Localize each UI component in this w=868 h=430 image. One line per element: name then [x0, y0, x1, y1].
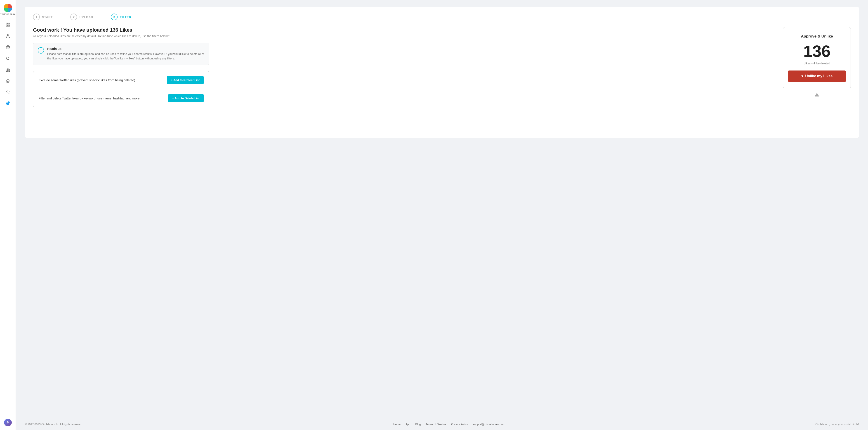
step-1-label: START — [42, 15, 53, 19]
footer-links: Home App Blog Terms of Service Privacy P… — [393, 423, 504, 426]
svg-rect-0 — [6, 23, 7, 24]
add-protect-list-button[interactable]: + Add to Protect List — [167, 76, 204, 84]
sidebar-item-dashboard[interactable] — [3, 20, 13, 30]
footer-link-support[interactable]: support@circleboom.com — [473, 423, 503, 426]
footer-link-privacy[interactable]: Privacy Policy — [451, 423, 468, 426]
arrow-up-icon — [815, 93, 819, 110]
sidebar-item-search[interactable] — [3, 54, 13, 64]
svg-rect-1 — [8, 23, 9, 24]
footer-link-blog[interactable]: Blog — [415, 423, 421, 426]
step-1: 1 START — [33, 13, 53, 20]
arrow-container — [783, 93, 851, 110]
right-panel: Approve & Unlike 136 Likes will be delet… — [783, 27, 851, 110]
approve-count: 136 — [788, 43, 846, 59]
sidebar-item-analytics[interactable] — [3, 65, 13, 75]
step-2: 2 UPLOAD — [70, 13, 93, 20]
footer-link-home[interactable]: Home — [393, 423, 401, 426]
logo-icon — [4, 4, 12, 12]
svg-point-12 — [8, 47, 8, 47]
unlike-button[interactable]: ♥ Unlike my Likes — [788, 70, 846, 82]
svg-line-7 — [6, 35, 8, 37]
info-content: Heads up! Please note that all filters a… — [47, 47, 205, 61]
page-title: Good work ! You have uploaded 136 Likes — [33, 27, 774, 33]
svg-line-14 — [8, 59, 9, 60]
sidebar-item-friends[interactable] — [3, 88, 13, 97]
svg-rect-16 — [7, 69, 8, 72]
filter-delete-label: Filter and delete Twitter likes by keywo… — [39, 97, 140, 100]
svg-point-13 — [6, 57, 9, 60]
info-text: Please note that all filters are optiona… — [47, 52, 205, 61]
info-icon: i — [38, 47, 44, 54]
svg-rect-2 — [6, 25, 7, 27]
step-2-label: UPLOAD — [79, 15, 93, 19]
sidebar-item-twitter[interactable] — [3, 99, 13, 109]
footer-tagline: Circleboom, boom your social circle! — [815, 423, 859, 426]
sidebar-item-delete[interactable] — [3, 76, 13, 86]
sidebar: TWITTER TOOL — [0, 0, 16, 430]
footer-link-app[interactable]: App — [405, 423, 410, 426]
main-wrapper: 1 START 2 UPLOAD 3 FILTER — [16, 0, 868, 430]
info-box: i Heads up! Please note that all filters… — [33, 43, 209, 65]
svg-point-18 — [6, 91, 8, 92]
step-divider-1 — [56, 17, 67, 17]
step-divider-2 — [96, 17, 107, 17]
filter-row-protect: Exclude some Twitter likes (prevent spec… — [33, 71, 209, 89]
arrow-head — [815, 93, 819, 97]
sidebar-logo: TWITTER TOOL — [0, 4, 16, 15]
left-section: Good work ! You have uploaded 136 Likes … — [33, 27, 774, 107]
info-title: Heads up! — [47, 47, 205, 51]
stepper: 1 START 2 UPLOAD 3 FILTER — [33, 13, 851, 20]
filter-protect-label: Exclude some Twitter likes (prevent spec… — [39, 78, 135, 82]
step-3: 3 FILTER — [111, 13, 131, 20]
filter-container: Exclude some Twitter likes (prevent spec… — [33, 71, 209, 107]
footer-link-tos[interactable]: Terms of Service — [426, 423, 446, 426]
footer: © 2017-2023 Circleboom llc. All rights r… — [16, 419, 868, 430]
svg-point-4 — [7, 34, 8, 35]
approve-subtitle: Likes will be deleted — [788, 62, 846, 65]
arrow-shaft — [817, 97, 817, 110]
sidebar-bottom: P — [4, 419, 12, 426]
sidebar-nav — [3, 20, 13, 419]
sidebar-logo-text: TWITTER TOOL — [0, 13, 16, 15]
svg-rect-17 — [9, 69, 9, 72]
heart-icon: ♥ — [801, 74, 804, 78]
filter-row-delete: Filter and delete Twitter likes by keywo… — [33, 89, 209, 107]
svg-rect-3 — [8, 25, 9, 27]
avatar[interactable]: P — [4, 419, 12, 426]
footer-copyright: © 2017-2023 Circleboom llc. All rights r… — [25, 423, 81, 426]
svg-rect-15 — [6, 70, 7, 72]
svg-line-8 — [8, 35, 9, 37]
approve-card: Approve & Unlike 136 Likes will be delet… — [783, 27, 851, 88]
page-subheading: All of your uploaded likes are selected … — [33, 34, 774, 38]
step-3-circle: 3 — [111, 13, 118, 20]
step-2-circle: 2 — [70, 13, 77, 20]
step-1-circle: 1 — [33, 13, 40, 20]
sidebar-item-target[interactable] — [3, 42, 13, 52]
approve-title: Approve & Unlike — [788, 34, 846, 39]
step-3-label: FILTER — [120, 15, 131, 19]
content-layout: Good work ! You have uploaded 136 Likes … — [33, 27, 851, 110]
main-content: 1 START 2 UPLOAD 3 FILTER — [16, 0, 868, 419]
page-card: 1 START 2 UPLOAD 3 FILTER — [25, 7, 859, 138]
add-delete-list-button[interactable]: + Add to Delete List — [168, 94, 204, 102]
sidebar-item-network[interactable] — [3, 31, 13, 41]
